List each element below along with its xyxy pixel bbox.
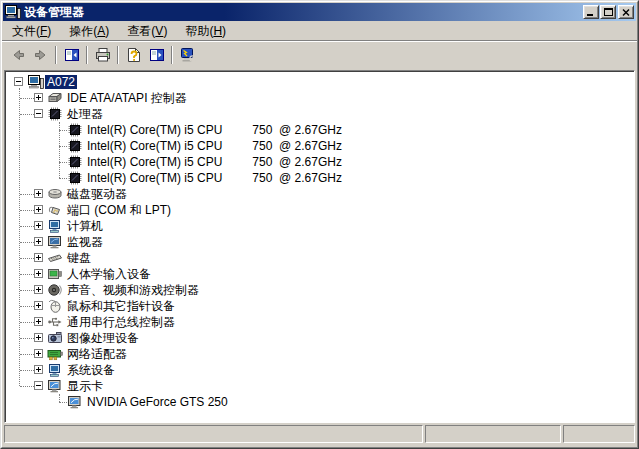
toolbar-separator (86, 46, 88, 64)
collapse-minus-icon[interactable] (14, 77, 23, 86)
tree-connector-line (20, 354, 34, 355)
tree-label[interactable]: Intel(R) Core(TM) i5 CPU 750 @ 2.67GHz (85, 123, 344, 137)
tree-connector-line (20, 98, 34, 99)
tree-row[interactable]: 端口 (COM 和 LPT) (6, 202, 633, 218)
tree-connector-line (20, 226, 34, 227)
tree-label[interactable]: 人体学输入设备 (65, 267, 153, 281)
help-button[interactable] (122, 44, 145, 66)
tree-row[interactable]: Intel(R) Core(TM) i5 CPU 750 @ 2.67GHz (6, 154, 633, 170)
sound-icon (47, 282, 63, 298)
tree-label[interactable]: 网络适配器 (65, 347, 129, 361)
tree-label[interactable]: 图像处理设备 (65, 331, 141, 345)
scan-computer-icon (180, 47, 196, 63)
tree-row[interactable]: 网络适配器 (6, 346, 633, 362)
hid-icon (47, 266, 63, 282)
expand-plus-icon[interactable] (34, 269, 43, 278)
tree-label[interactable]: 计算机 (65, 219, 105, 233)
tree-row[interactable]: 鼠标和其它指针设备 (6, 298, 633, 314)
tree-row[interactable]: 图像处理设备 (6, 330, 633, 346)
tree-label[interactable]: 监视器 (65, 235, 105, 249)
close-button[interactable] (618, 5, 634, 19)
tree-label[interactable]: A072 (45, 75, 77, 89)
tree-row[interactable]: 通用串行总线控制器 (6, 314, 633, 330)
tree-content: A072IDE ATA/ATAPI 控制器处理器Intel(R) Core(TM… (6, 72, 633, 421)
tree-row[interactable]: 声音、视频和游戏控制器 (6, 282, 633, 298)
toolbar-separator (117, 46, 119, 64)
expand-plus-icon[interactable] (34, 333, 43, 342)
imaging-icon (47, 330, 63, 346)
tree-connector-line (20, 114, 34, 115)
collapse-minus-icon[interactable] (34, 109, 43, 118)
tree-connector-line (59, 402, 67, 403)
print-button[interactable] (91, 44, 114, 66)
tree-label[interactable]: 鼠标和其它指针设备 (65, 299, 177, 313)
tree-row[interactable]: 监视器 (6, 234, 633, 250)
expand-plus-icon[interactable] (34, 93, 43, 102)
expand-plus-icon[interactable] (34, 189, 43, 198)
scan-hardware-button[interactable] (176, 44, 199, 66)
action-pane-button[interactable] (145, 44, 168, 66)
tree-label[interactable]: Intel(R) Core(TM) i5 CPU 750 @ 2.67GHz (85, 155, 344, 169)
menu-file-close: ) (47, 24, 51, 38)
tree-label[interactable]: 磁盘驱动器 (65, 187, 129, 201)
menu-help[interactable]: 帮助(H) (176, 21, 235, 42)
collapse-minus-icon[interactable] (34, 381, 43, 390)
tree-label[interactable]: 键盘 (65, 251, 93, 265)
expand-plus-icon[interactable] (34, 349, 43, 358)
tree-label[interactable]: Intel(R) Core(TM) i5 CPU 750 @ 2.67GHz (85, 139, 344, 153)
tree-row[interactable]: 计算机 (6, 218, 633, 234)
title-bar[interactable]: 设备管理器 (3, 3, 636, 21)
tree-label[interactable]: 端口 (COM 和 LPT) (65, 203, 173, 217)
menu-help-key: H (213, 24, 222, 38)
expand-plus-icon[interactable] (34, 365, 43, 374)
usb-icon (47, 314, 63, 330)
tree-row[interactable]: IDE ATA/ATAPI 控制器 (6, 90, 633, 106)
menu-bar: 文件(F) 操作(A) 查看(V) 帮助(H) (2, 22, 637, 41)
tree-label[interactable]: Intel(R) Core(TM) i5 CPU 750 @ 2.67GHz (85, 171, 344, 185)
window-title: 设备管理器 (24, 4, 582, 21)
menu-action[interactable]: 操作(A) (60, 21, 118, 42)
expand-plus-icon[interactable] (34, 237, 43, 246)
tree-row[interactable]: NVIDIA GeForce GTS 250 (6, 394, 633, 410)
tree-row[interactable]: 键盘 (6, 250, 633, 266)
menu-view[interactable]: 查看(V) (118, 21, 176, 42)
menu-view-close: ) (163, 24, 167, 38)
tree-row[interactable]: 系统设备 (6, 362, 633, 378)
expand-plus-icon[interactable] (34, 221, 43, 230)
tree-row[interactable]: Intel(R) Core(TM) i5 CPU 750 @ 2.67GHz (6, 170, 633, 186)
tree-label[interactable]: 声音、视频和游戏控制器 (65, 283, 201, 297)
menu-file[interactable]: 文件(F) (3, 21, 60, 42)
tree-label[interactable]: 处理器 (65, 107, 105, 121)
maximize-button[interactable] (600, 5, 616, 19)
expand-plus-icon[interactable] (34, 301, 43, 310)
back-button (6, 44, 29, 66)
tree-label[interactable]: 显示卡 (65, 379, 105, 393)
tree-connector-line (20, 194, 34, 195)
menu-view-label: 查看( (127, 24, 155, 38)
tree-label[interactable]: 系统设备 (65, 363, 117, 377)
tree-row[interactable]: 处理器 (6, 106, 633, 122)
status-panel-right (563, 425, 635, 443)
minimize-button[interactable] (583, 5, 599, 19)
menu-action-label: 操作( (69, 24, 97, 38)
tree-label[interactable]: IDE ATA/ATAPI 控制器 (65, 91, 189, 105)
tree-row[interactable]: Intel(R) Core(TM) i5 CPU 750 @ 2.67GHz (6, 138, 633, 154)
tree-row[interactable]: Intel(R) Core(TM) i5 CPU 750 @ 2.67GHz (6, 122, 633, 138)
tree-connector-line (59, 162, 67, 163)
expand-plus-icon[interactable] (34, 205, 43, 214)
tree-label[interactable]: 通用串行总线控制器 (65, 315, 177, 329)
show-console-tree-button[interactable] (60, 44, 83, 66)
tree-row[interactable]: A072 (6, 74, 633, 90)
expand-plus-icon[interactable] (34, 317, 43, 326)
help-doc-icon (126, 47, 142, 63)
toolbar-separator (171, 46, 173, 64)
ide-controller-icon (47, 90, 63, 106)
tree-row[interactable]: 人体学输入设备 (6, 266, 633, 282)
tree-label[interactable]: NVIDIA GeForce GTS 250 (85, 395, 230, 409)
expand-plus-icon[interactable] (34, 253, 43, 262)
tree-connector-line (20, 322, 34, 323)
tree-row[interactable]: 磁盘驱动器 (6, 186, 633, 202)
expand-plus-icon[interactable] (34, 285, 43, 294)
status-panel-middle (425, 425, 561, 443)
tree-row[interactable]: 显示卡 (6, 378, 633, 394)
